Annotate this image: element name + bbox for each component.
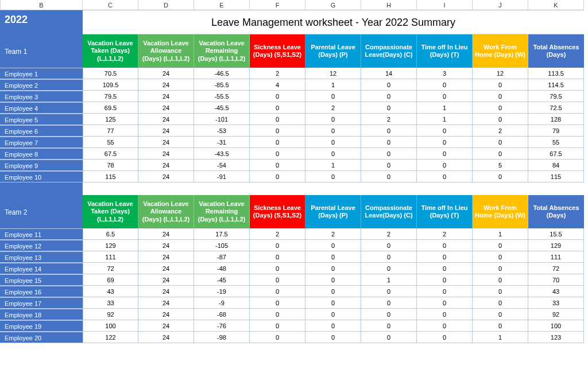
data-cell[interactable]: 24 — [138, 137, 194, 148]
data-cell[interactable]: 0 — [361, 171, 417, 182]
column-letter[interactable]: C — [83, 0, 138, 10]
data-cell[interactable]: 1 — [305, 79, 361, 91]
data-cell[interactable]: 0 — [473, 148, 528, 160]
data-cell[interactable]: 24 — [138, 102, 194, 114]
data-cell[interactable]: 0 — [361, 125, 417, 137]
data-cell[interactable]: 0 — [417, 251, 473, 263]
data-cell[interactable]: 0 — [361, 263, 417, 274]
data-cell[interactable]: 24 — [138, 286, 194, 297]
data-cell[interactable]: -105 — [194, 240, 250, 251]
data-cell[interactable]: 0 — [361, 91, 417, 102]
data-cell[interactable]: 0 — [250, 240, 305, 251]
data-cell[interactable]: 0 — [473, 251, 528, 263]
data-cell[interactable]: 72 — [528, 263, 584, 274]
data-cell[interactable]: 0 — [417, 332, 473, 343]
data-cell[interactable]: 72 — [83, 263, 138, 274]
data-cell[interactable]: 0 — [361, 240, 417, 251]
data-cell[interactable]: 1 — [361, 274, 417, 286]
data-cell[interactable]: 0 — [473, 79, 528, 91]
data-cell[interactable]: 24 — [138, 309, 194, 320]
data-cell[interactable]: 0 — [250, 125, 305, 137]
data-cell[interactable]: 24 — [138, 91, 194, 102]
data-cell[interactable]: 0 — [305, 286, 361, 297]
data-cell[interactable]: 69.5 — [83, 102, 138, 114]
data-cell[interactable]: 92 — [528, 309, 584, 320]
data-cell[interactable]: 24 — [138, 68, 194, 79]
data-cell[interactable]: 129 — [83, 240, 138, 251]
data-cell[interactable]: 1 — [417, 114, 473, 125]
data-cell[interactable]: 0 — [250, 332, 305, 343]
data-cell[interactable]: 2 — [417, 228, 473, 240]
column-letter[interactable]: I — [417, 0, 473, 10]
column-letter[interactable]: G — [305, 0, 361, 10]
data-cell[interactable]: 5 — [473, 160, 528, 171]
data-cell[interactable]: 0 — [305, 137, 361, 148]
data-cell[interactable]: 0 — [361, 79, 417, 91]
data-cell[interactable]: 0 — [305, 148, 361, 160]
data-cell[interactable]: 0 — [305, 332, 361, 343]
data-cell[interactable]: 115 — [528, 171, 584, 182]
data-cell[interactable]: 0 — [361, 320, 417, 332]
data-cell[interactable]: 79.5 — [528, 91, 584, 102]
data-cell[interactable]: -76 — [194, 320, 250, 332]
data-cell[interactable]: 0 — [305, 125, 361, 137]
data-cell[interactable]: 24 — [138, 160, 194, 171]
data-cell[interactable]: -46.5 — [194, 68, 250, 79]
data-cell[interactable]: 17.5 — [194, 228, 250, 240]
data-cell[interactable]: 0 — [361, 102, 417, 114]
data-cell[interactable]: 78 — [83, 160, 138, 171]
data-cell[interactable]: 122 — [83, 332, 138, 343]
data-cell[interactable]: 0 — [361, 137, 417, 148]
data-cell[interactable]: 0 — [473, 137, 528, 148]
data-cell[interactable]: 129 — [528, 240, 584, 251]
data-cell[interactable]: -9 — [194, 297, 250, 309]
data-cell[interactable]: 125 — [83, 114, 138, 125]
data-cell[interactable]: -91 — [194, 171, 250, 182]
data-cell[interactable]: 0 — [473, 240, 528, 251]
column-letter[interactable]: D — [138, 0, 194, 10]
data-cell[interactable]: 0 — [417, 148, 473, 160]
data-cell[interactable]: 24 — [138, 148, 194, 160]
data-cell[interactable]: 67.5 — [528, 148, 584, 160]
data-cell[interactable]: 24 — [138, 114, 194, 125]
data-cell[interactable]: 0 — [250, 171, 305, 182]
data-cell[interactable]: 0 — [250, 148, 305, 160]
data-cell[interactable]: 24 — [138, 125, 194, 137]
data-cell[interactable]: 24 — [138, 240, 194, 251]
data-cell[interactable]: 0 — [250, 102, 305, 114]
data-cell[interactable]: 0 — [305, 171, 361, 182]
column-letter[interactable]: F — [250, 0, 305, 10]
data-cell[interactable]: 1 — [473, 228, 528, 240]
data-cell[interactable]: 128 — [528, 114, 584, 125]
data-cell[interactable]: 0 — [305, 240, 361, 251]
data-cell[interactable]: 14 — [361, 68, 417, 79]
data-cell[interactable]: -31 — [194, 137, 250, 148]
data-cell[interactable]: 33 — [528, 297, 584, 309]
data-cell[interactable]: 2 — [361, 228, 417, 240]
data-cell[interactable]: 72.5 — [528, 102, 584, 114]
data-cell[interactable]: -55.5 — [194, 91, 250, 102]
column-letter[interactable]: B — [0, 0, 83, 10]
data-cell[interactable]: -45.5 — [194, 102, 250, 114]
data-cell[interactable]: 0 — [473, 274, 528, 286]
data-cell[interactable]: 0 — [417, 297, 473, 309]
data-cell[interactable]: 33 — [83, 297, 138, 309]
data-cell[interactable]: 1 — [305, 160, 361, 171]
data-cell[interactable]: 55 — [528, 137, 584, 148]
data-cell[interactable]: 79 — [528, 125, 584, 137]
data-cell[interactable]: 43 — [83, 286, 138, 297]
data-cell[interactable]: 67.5 — [83, 148, 138, 160]
data-cell[interactable]: 0 — [473, 297, 528, 309]
data-cell[interactable]: 0 — [417, 125, 473, 137]
data-cell[interactable]: 0 — [473, 171, 528, 182]
data-cell[interactable]: 24 — [138, 320, 194, 332]
data-cell[interactable]: 0 — [250, 263, 305, 274]
data-cell[interactable]: 24 — [138, 332, 194, 343]
data-cell[interactable]: 69 — [83, 274, 138, 286]
data-cell[interactable]: 0 — [473, 309, 528, 320]
data-cell[interactable]: 0 — [250, 309, 305, 320]
data-cell[interactable]: 24 — [138, 274, 194, 286]
data-cell[interactable]: 0 — [361, 148, 417, 160]
data-cell[interactable]: 0 — [305, 274, 361, 286]
data-cell[interactable]: 0 — [361, 309, 417, 320]
